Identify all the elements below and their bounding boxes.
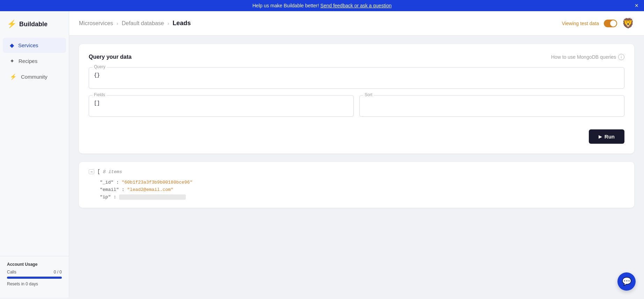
query-card-header: Query your data How to use MongoDB queri…	[89, 54, 624, 60]
sort-label: Sort	[363, 92, 374, 97]
query-card-title: Query your data	[89, 54, 132, 60]
result-val-ip: ████████████████████████	[119, 194, 186, 200]
sort-input-box: Sort	[359, 95, 624, 117]
breadcrumb-sep-1: ›	[117, 21, 118, 26]
result-key-email: "email"	[100, 187, 119, 192]
fields-sort-row: Fields [] Sort	[89, 95, 624, 123]
sidebar-item-services[interactable]: ◆ Services	[3, 38, 66, 53]
content-area: Query your data How to use MongoDB queri…	[69, 36, 644, 216]
breadcrumb-leads: Leads	[173, 20, 191, 27]
breadcrumb-default-database[interactable]: Default database	[122, 20, 164, 27]
result-val-email: "lead2@email.com"	[127, 187, 174, 192]
main-header: Microservices › Default database › Leads…	[69, 11, 644, 36]
test-data-toggle[interactable]	[604, 20, 617, 27]
help-link[interactable]: How to use MongoDB queries i	[551, 54, 624, 60]
run-btn-row: ▶ Run	[89, 129, 624, 144]
results-card: − [ 8 items "_id" : "60b1f23a3f3b9b00180…	[79, 162, 634, 208]
sidebar-item-label: Services	[18, 42, 38, 48]
info-icon: i	[618, 54, 624, 60]
query-card: Query your data How to use MongoDB queri…	[79, 44, 634, 154]
sidebar-item-label: Community	[21, 74, 47, 80]
query-input-box: Query {}	[89, 67, 624, 89]
results-bracket-open: [	[97, 169, 100, 175]
banner-close-button[interactable]: ×	[635, 2, 638, 9]
community-icon: ⚡	[10, 73, 17, 80]
services-icon: ◆	[10, 42, 14, 49]
fields-input-box: Fields []	[89, 95, 354, 117]
toggle-knob	[610, 20, 616, 27]
query-label: Query	[93, 64, 107, 69]
header-right: Viewing test data 🦁	[562, 17, 634, 29]
top-banner: Help us make Buildable better! Send feed…	[0, 0, 644, 11]
result-key-id: "_id"	[100, 180, 114, 185]
help-link-text: How to use MongoDB queries	[551, 54, 616, 60]
recipes-icon: ✦	[10, 58, 14, 64]
banner-link[interactable]: Send feedback or ask a question	[320, 3, 391, 8]
play-icon: ▶	[599, 134, 602, 139]
results-header: − [ 8 items	[89, 169, 624, 175]
breadcrumb-sep-2: ›	[167, 21, 169, 26]
fields-label: Fields	[93, 92, 107, 97]
resets-text: Resets in 0 days	[7, 282, 62, 286]
run-button-label: Run	[605, 134, 615, 140]
results-count: 8 items	[103, 169, 122, 175]
collapse-button[interactable]: −	[89, 169, 94, 174]
calls-value: 0 / 0	[54, 270, 62, 275]
breadcrumb-microservices[interactable]: Microservices	[79, 20, 113, 27]
main-nav: ◆ Services ✦ Recipes ⚡ Community	[0, 37, 69, 85]
result-line-id: "_id" : "60b1f23a3f3b9b00180bce96"	[89, 179, 624, 186]
result-line-email: "email" : "lead2@email.com"	[89, 186, 624, 193]
chat-bubble[interactable]: 💬	[617, 272, 636, 291]
query-input[interactable]: {}	[94, 71, 619, 85]
viewing-label: Viewing test data	[562, 21, 599, 26]
logo-text: Buildable	[19, 21, 47, 28]
account-usage-section: Account Usage Calls 0 / 0 Resets in 0 da…	[0, 256, 69, 292]
result-key-ip: "ip"	[100, 194, 111, 200]
sidebar-item-community[interactable]: ⚡ Community	[3, 69, 66, 84]
sidebar-item-recipes[interactable]: ✦ Recipes	[3, 54, 66, 69]
account-usage-title: Account Usage	[7, 262, 62, 267]
result-sep-id: :	[116, 180, 122, 185]
lion-icon: 🦁	[622, 17, 634, 29]
fields-input[interactable]: []	[94, 99, 349, 113]
chat-bubble-icon: 💬	[622, 277, 631, 286]
logo-area: ⚡ Buildable	[0, 17, 69, 37]
main-content: Microservices › Default database › Leads…	[69, 11, 644, 298]
sidebar-item-label: Recipes	[19, 58, 37, 64]
sort-input[interactable]	[365, 99, 619, 113]
calls-label: Calls	[7, 270, 16, 275]
result-sep-ip: :	[114, 194, 119, 200]
result-line-ip: "ip" : ████████████████████████	[89, 193, 624, 201]
progress-bar-fill	[7, 277, 62, 279]
run-button[interactable]: ▶ Run	[589, 129, 624, 144]
breadcrumb: Microservices › Default database › Leads	[79, 20, 191, 27]
banner-message: Help us make Buildable better!	[253, 3, 319, 8]
result-val-id: "60b1f23a3f3b9b00180bce96"	[122, 180, 192, 185]
sidebar: ⚡ Buildable ◆ Services ✦ Recipes ⚡ Commu…	[0, 11, 69, 298]
logo-icon: ⚡	[7, 20, 16, 29]
result-sep-email: :	[122, 187, 127, 192]
progress-bar-background	[7, 277, 62, 279]
